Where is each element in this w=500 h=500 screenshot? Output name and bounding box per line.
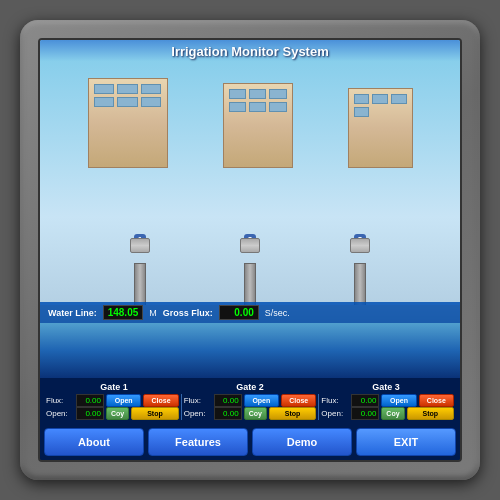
window	[141, 97, 162, 107]
divider-2	[318, 394, 319, 420]
gate-3-label: Gate 3	[318, 382, 454, 392]
gate-blade-2	[240, 238, 260, 253]
gross-flux-label: Gross Flux:	[163, 308, 213, 318]
gate-3-open-button[interactable]: Open	[381, 394, 416, 407]
features-button[interactable]: Features	[148, 428, 248, 456]
gate-blade-1	[130, 238, 150, 253]
gate-3-flux-row: Flux: 0.00 Open Close	[321, 394, 454, 407]
window	[249, 89, 266, 99]
gate-1-close-button[interactable]: Close	[143, 394, 178, 407]
gate-2-label: Gate 2	[182, 382, 318, 392]
windows-right	[354, 94, 407, 117]
demo-button[interactable]: Demo	[252, 428, 352, 456]
gate-3-open-row: Open: 0.00 Coy Stop	[321, 407, 454, 420]
waterline-label: Water Line:	[48, 308, 97, 318]
windows-center	[229, 89, 287, 112]
gross-flux-unit: S/sec.	[265, 308, 290, 318]
buildings-area	[40, 58, 460, 168]
gate-3-flux-value: 0.00	[351, 394, 379, 407]
window	[391, 94, 407, 104]
gate-1-open-button[interactable]: Open	[106, 394, 141, 407]
gate-3-open-value: 0.00	[351, 407, 379, 420]
waterline-value: 148.05	[103, 305, 144, 320]
building-left	[88, 78, 168, 168]
gate-1-controls: Flux: 0.00 Open Close Open: 0.00 Coy Sto…	[46, 394, 179, 420]
system-title: Irrigation Monitor System	[40, 40, 460, 61]
gate-1-stop-button[interactable]: Stop	[131, 407, 178, 420]
water-layer	[40, 323, 460, 378]
about-button[interactable]: About	[44, 428, 144, 456]
window	[372, 94, 388, 104]
gate-2-open-label: Open:	[184, 409, 212, 418]
monitor-frame: Irrigation Monitor System	[20, 20, 480, 480]
window	[249, 102, 266, 112]
waterline-unit: M	[149, 308, 157, 318]
gate-2-close-button[interactable]: Close	[281, 394, 316, 407]
gate-3-close-button[interactable]: Close	[419, 394, 454, 407]
window	[229, 102, 246, 112]
bottom-nav: About Features Demo EXIT	[40, 424, 460, 460]
gate-2-controls: Flux: 0.00 Open Close Open: 0.00 Coy Sto…	[184, 394, 317, 420]
window	[354, 107, 370, 117]
gate-3-stop-button[interactable]: Stop	[407, 407, 454, 420]
gate-1-open-row: Open: 0.00 Coy Stop	[46, 407, 179, 420]
gate-1-open-label: Open:	[46, 409, 74, 418]
gate-2-open-row: Open: 0.00 Coy Stop	[184, 407, 317, 420]
window	[117, 97, 138, 107]
gate-3-copy-button[interactable]: Coy	[381, 407, 404, 420]
gate-2-flux-label: Flux:	[184, 396, 212, 405]
window	[94, 97, 115, 107]
gate-3-flux-label: Flux:	[321, 396, 349, 405]
gate-1-flux-label: Flux:	[46, 396, 74, 405]
gate-3-open-label: Open:	[321, 409, 349, 418]
waterline-bar: Water Line: 148.05 M Gross Flux: 0.00 S/…	[40, 302, 460, 323]
gate-1-flux-value: 0.00	[76, 394, 104, 407]
gross-flux-value: 0.00	[219, 305, 259, 320]
controls-area: Gate 1 Gate 2 Gate 3 Flux: 0.00 Open Clo…	[40, 378, 460, 424]
gate-2-open-button[interactable]: Open	[244, 394, 279, 407]
gate-2-flux-row: Flux: 0.00 Open Close	[184, 394, 317, 407]
window	[354, 94, 370, 104]
building-right	[348, 88, 413, 168]
gate-1-open-value: 0.00	[76, 407, 104, 420]
gate-blade-3	[350, 238, 370, 253]
gate-1-flux-row: Flux: 0.00 Open Close	[46, 394, 179, 407]
window	[117, 84, 138, 94]
gate-2-open-value: 0.00	[214, 407, 242, 420]
gate-1-label: Gate 1	[46, 382, 182, 392]
gate-1-copy-button[interactable]: Coy	[106, 407, 129, 420]
gate-2-flux-value: 0.00	[214, 394, 242, 407]
gate-2-stop-button[interactable]: Stop	[269, 407, 316, 420]
irrigation-visual: Irrigation Monitor System	[40, 40, 460, 378]
building-center	[223, 83, 293, 168]
divider-1	[181, 394, 182, 420]
gate-labels-row: Gate 1 Gate 2 Gate 3	[46, 382, 454, 392]
gate-2-copy-button[interactable]: Coy	[244, 407, 267, 420]
exit-button[interactable]: EXIT	[356, 428, 456, 456]
windows-left	[94, 84, 162, 107]
screen: Irrigation Monitor System	[38, 38, 462, 462]
window	[269, 102, 286, 112]
gate-controls-wrapper: Flux: 0.00 Open Close Open: 0.00 Coy Sto…	[46, 394, 454, 420]
window	[94, 84, 115, 94]
window	[269, 89, 286, 99]
gate-3-controls: Flux: 0.00 Open Close Open: 0.00 Coy Sto…	[321, 394, 454, 420]
window	[141, 84, 162, 94]
window	[229, 89, 246, 99]
